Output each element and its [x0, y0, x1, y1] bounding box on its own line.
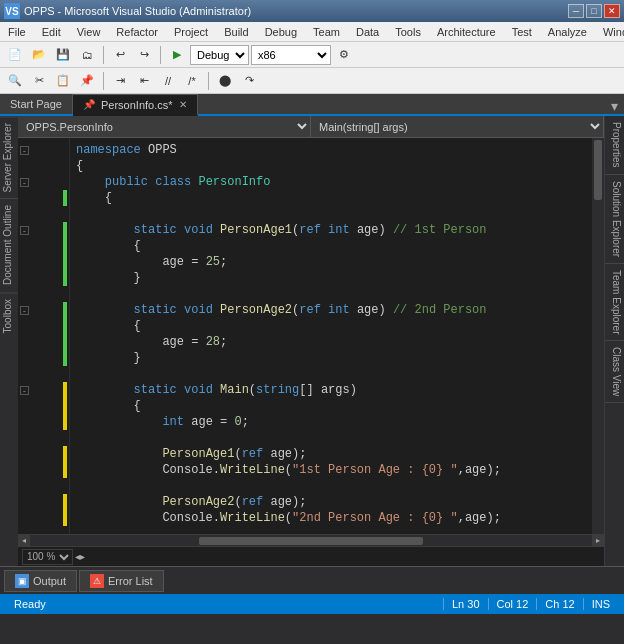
margin-row-20	[18, 446, 69, 462]
menu-architecture[interactable]: Architecture	[429, 22, 504, 41]
scrollbar-thumb[interactable]	[594, 140, 602, 200]
collapse-btn-1[interactable]: -	[20, 146, 29, 155]
menu-edit[interactable]: Edit	[34, 22, 69, 41]
collapse-btn-3[interactable]: -	[20, 178, 29, 187]
code-line-25	[76, 526, 586, 534]
margin-row-15	[18, 366, 69, 382]
menu-build[interactable]: Build	[216, 22, 256, 41]
menu-file[interactable]: File	[0, 22, 34, 41]
outdent-button[interactable]: ⇤	[133, 70, 155, 92]
class-view-tab[interactable]: Class View	[605, 341, 624, 403]
menu-analyze[interactable]: Analyze	[540, 22, 595, 41]
collapse-btn-11[interactable]: -	[20, 306, 29, 315]
scroll-right-button[interactable]: ▸	[592, 535, 604, 547]
collapse-btn-16[interactable]: -	[20, 386, 29, 395]
menu-view[interactable]: View	[69, 22, 109, 41]
tabs-dropdown-button[interactable]: ▾	[605, 98, 624, 114]
solution-explorer-tab[interactable]: Solution Explorer	[605, 175, 624, 264]
platform-select[interactable]: x86	[251, 45, 331, 65]
toolbox-tab[interactable]: Toolbox	[0, 292, 18, 339]
margin-row-13	[18, 334, 69, 350]
menu-team[interactable]: Team	[305, 22, 348, 41]
window-controls: ─ □ ✕	[568, 4, 620, 18]
output-tab[interactable]: ▣ Output	[4, 570, 77, 592]
new-project-button[interactable]: 📄	[4, 44, 26, 66]
save-button[interactable]: 💾	[52, 44, 74, 66]
undo-button[interactable]: ↩	[109, 44, 131, 66]
h-scroll-thumb[interactable]	[199, 537, 424, 545]
server-explorer-tab[interactable]: Server Explorer	[0, 116, 18, 198]
indent-button[interactable]: ⇥	[109, 70, 131, 92]
start-button[interactable]: ▶	[166, 44, 188, 66]
status-ln: Ln 30	[443, 598, 488, 610]
find-button[interactable]: 🔍	[4, 70, 26, 92]
app-icon: VS	[4, 3, 20, 19]
main-editor-area: Server Explorer Document Outline Toolbox…	[0, 116, 624, 566]
save-all-button[interactable]: 🗂	[76, 44, 98, 66]
yellow-indicator-21	[63, 462, 67, 478]
code-content[interactable]: namespace OPPS { public class PersonInfo…	[70, 138, 592, 534]
code-line-18: int age = 0;	[76, 414, 586, 430]
attach-button[interactable]: ⚙	[333, 44, 355, 66]
redo-button[interactable]: ↪	[133, 44, 155, 66]
error-list-tab[interactable]: ⚠ Error List	[79, 570, 164, 592]
yellow-indicator-24	[63, 510, 67, 526]
green-indicator-8	[63, 254, 67, 270]
properties-panel-tab[interactable]: Properties	[605, 116, 624, 175]
menu-data[interactable]: Data	[348, 22, 387, 41]
team-explorer-tab[interactable]: Team Explorer	[605, 264, 624, 341]
class-selector[interactable]: OPPS.PersonInfo	[18, 116, 311, 137]
close-button[interactable]: ✕	[604, 4, 620, 18]
zoom-arrows[interactable]: ◂▸	[75, 551, 85, 562]
margin-row-1: -	[18, 142, 69, 158]
code-line-10	[76, 286, 586, 302]
code-view[interactable]: - - - - -	[18, 138, 604, 534]
menu-bar: File Edit View Refactor Project Build De…	[0, 22, 624, 42]
code-line-12: {	[76, 318, 586, 334]
margin-row-25	[18, 526, 69, 534]
copy-button[interactable]: 📋	[52, 70, 74, 92]
document-outline-tab[interactable]: Document Outline	[0, 198, 18, 291]
toolbar-separator-1	[103, 46, 104, 64]
scroll-left-button[interactable]: ◂	[18, 535, 30, 547]
code-line-16: static void Main(string[] args)	[76, 382, 586, 398]
step-over-button[interactable]: ↷	[238, 70, 260, 92]
vertical-scrollbar[interactable]	[592, 138, 604, 534]
breakpoint-button[interactable]: ⬤	[214, 70, 236, 92]
margin-row-21	[18, 462, 69, 478]
comment-button[interactable]: //	[157, 70, 179, 92]
menu-project[interactable]: Project	[166, 22, 216, 41]
menu-test[interactable]: Test	[504, 22, 540, 41]
cut-button[interactable]: ✂	[28, 70, 50, 92]
member-selector[interactable]: Main(string[] args)	[311, 116, 604, 137]
zoom-level-select[interactable]: 100 %	[22, 549, 73, 565]
tab-personinfo[interactable]: 📌 PersonInfo.cs* ✕	[73, 94, 198, 116]
restore-button[interactable]: □	[586, 4, 602, 18]
horizontal-scrollbar[interactable]: ◂ ▸	[18, 534, 604, 546]
code-margin: - - - - -	[18, 138, 70, 534]
h-scroll-track[interactable]	[30, 537, 592, 545]
yellow-indicator-18	[63, 414, 67, 430]
margin-row-24	[18, 510, 69, 526]
menu-tools[interactable]: Tools	[387, 22, 429, 41]
debug-config-select[interactable]: Debug	[190, 45, 249, 65]
margin-row-2	[18, 158, 69, 174]
menu-debug[interactable]: Debug	[257, 22, 305, 41]
tab-start-page[interactable]: Start Page	[0, 94, 73, 114]
menu-window[interactable]: Window	[595, 22, 624, 41]
menu-refactor[interactable]: Refactor	[108, 22, 166, 41]
margin-row-23	[18, 494, 69, 510]
green-indicator-14	[63, 350, 67, 366]
title-text: OPPS - Microsoft Visual Studio (Administ…	[24, 5, 568, 17]
minimize-button[interactable]: ─	[568, 4, 584, 18]
margin-row-11: -	[18, 302, 69, 318]
uncomment-button[interactable]: /*	[181, 70, 203, 92]
code-line-21: Console.WriteLine("1st Person Age : {0} …	[76, 462, 586, 478]
collapse-btn-6[interactable]: -	[20, 226, 29, 235]
open-button[interactable]: 📂	[28, 44, 50, 66]
code-line-19	[76, 430, 586, 446]
output-icon: ▣	[15, 574, 29, 588]
tab-close-button[interactable]: ✕	[179, 99, 187, 110]
green-indicator-4	[63, 190, 67, 206]
paste-button[interactable]: 📌	[76, 70, 98, 92]
